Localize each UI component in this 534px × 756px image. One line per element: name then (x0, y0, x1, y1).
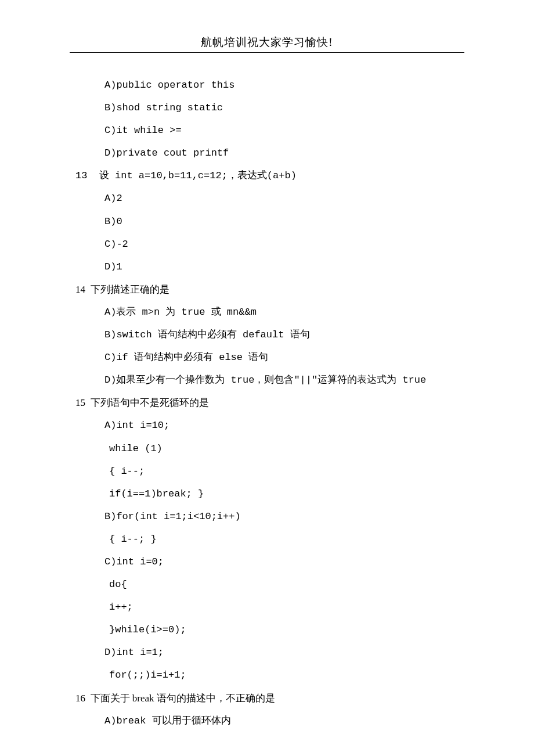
code-line: if(i==1)break; } (70, 483, 464, 505)
option-line: D)int i=1; (70, 641, 464, 664)
question-15: 15 下列语句中不是死循环的是 (70, 391, 464, 414)
document-page: 航帆培训祝大家学习愉快! A)public operator this B)sh… (0, 0, 534, 756)
option-line: C)it while >= (70, 119, 464, 142)
question-14: 14 下列描述正确的是 (70, 278, 464, 301)
option-line: B)shod string static (70, 96, 464, 119)
option-line: A)public operator this (70, 74, 464, 96)
header-divider (70, 52, 464, 53)
option-line: D)1 (70, 255, 464, 278)
option-line: D)如果至少有一个操作数为 true，则包含"||"运算符的表达式为 true (70, 369, 464, 391)
option-line: C)-2 (70, 233, 464, 255)
option-line: B)0 (70, 210, 464, 233)
code-line: do{ (70, 573, 464, 596)
option-line: A)int i=10; (70, 414, 464, 437)
code-line: { i--; (70, 460, 464, 483)
option-line: D)private cout printf (70, 142, 464, 164)
code-line: { i--; } (70, 528, 464, 550)
option-line: A)break 可以用于循环体内 (70, 710, 464, 732)
code-line: }while(i>=0); (70, 618, 464, 641)
question-13: 13 设 int a=10,b=11,c=12;，表达式(a+b) (70, 164, 464, 187)
option-line: C)int i=0; (70, 550, 464, 573)
code-line: for(;;)i=i+1; (70, 664, 464, 686)
code-line: i++; (70, 596, 464, 618)
question-16: 16 下面关于 break 语句的描述中，不正确的是 (70, 687, 464, 710)
option-line: A)2 (70, 187, 464, 210)
option-line: A)表示 m>n 为 true 或 mn&&m (70, 301, 464, 323)
option-line: B)switch 语句结构中必须有 default 语句 (70, 323, 464, 346)
code-line: while (1) (70, 437, 464, 460)
option-line: C)if 语句结构中必须有 else 语句 (70, 346, 464, 369)
option-line: B)for(int i=1;i<10;i++) (70, 505, 464, 528)
page-header-title: 航帆培训祝大家学习愉快! (70, 35, 464, 50)
